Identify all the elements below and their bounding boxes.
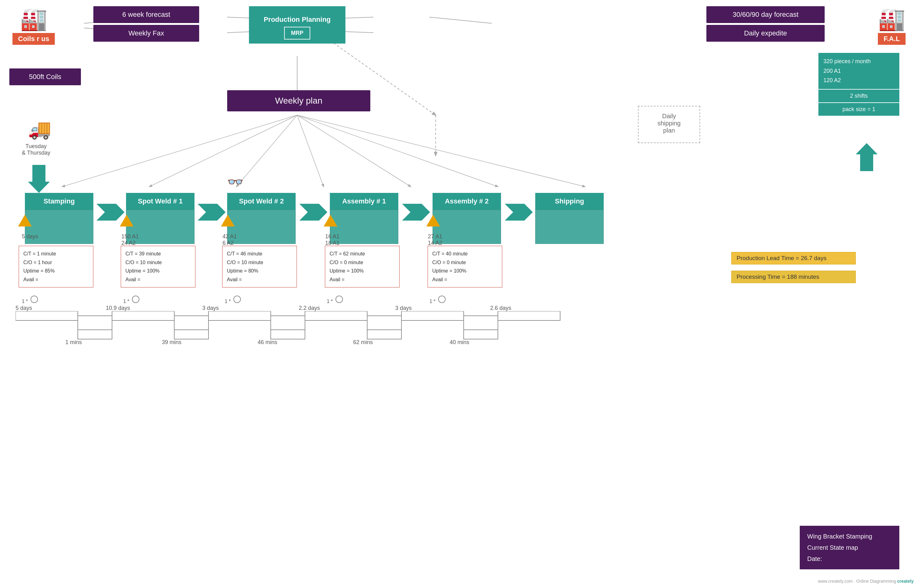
proc-mins-5: 40 mins [450, 339, 469, 346]
asm1-info: C/T = 62 minute C/O = 0 minute Uptime = … [325, 246, 399, 288]
assembly1-station: Assembly # 1 [330, 193, 398, 244]
production-planning-box: Production Planning MRP [249, 6, 346, 44]
spotweld1-header: Spot Weld # 1 [126, 193, 194, 210]
spotweld2-station: Spot Weld # 2 [227, 193, 296, 244]
inv-days-1: 5 days [16, 305, 32, 312]
stamping-header: Stamping [25, 193, 93, 210]
sw1-operators: 1 * [123, 296, 139, 304]
lead-time-box: Production Lead Time = 26.7 days [731, 252, 856, 265]
svg-rect-20 [305, 311, 367, 320]
assembly2-body [433, 210, 501, 244]
svg-line-8 [62, 115, 297, 187]
svg-rect-26 [367, 330, 401, 339]
inventory-stamping: 5 days [22, 233, 38, 240]
svg-rect-17 [16, 311, 78, 320]
truck-icon: 🚚 [28, 118, 51, 140]
svg-line-14 [297, 115, 585, 187]
coils-500-label: 500ft Coils [29, 73, 61, 81]
assembly1-body [330, 210, 398, 244]
weekly-fax-label: Weekly Fax [129, 29, 164, 37]
customer-line1: 320 pieces / month [823, 57, 894, 66]
creately-logo: creately [897, 579, 914, 584]
weekly-fax-box: Weekly Fax [93, 25, 199, 42]
warning-asm2 [426, 215, 440, 226]
svg-rect-23 [78, 330, 112, 339]
customer-shifts: 2 shifts [850, 93, 868, 99]
daily-expedite-label: Daily expedite [744, 29, 787, 37]
customer-line3: 120 A2 [823, 76, 894, 85]
shipping-station: Shipping [535, 193, 604, 244]
factory-fal: 🏭 F.A.L [878, 6, 905, 45]
weekly-plan-label: Weekly plan [275, 96, 322, 105]
assembly2-header: Assembly # 2 [433, 193, 501, 210]
mrp-box: MRP [284, 27, 310, 39]
assembly1-header: Assembly # 1 [330, 193, 398, 210]
warning-stamping [18, 215, 32, 226]
inv-days-3: 3 days [202, 305, 219, 312]
svg-line-6 [430, 17, 492, 23]
warning-sw1 [120, 215, 134, 226]
inventory-sw1: 150 A124 A2 [121, 233, 139, 246]
shipping-header: Shipping [535, 193, 604, 210]
proc-mins-1: 1 mins [65, 339, 82, 346]
warning-sw2 [221, 215, 234, 226]
arrow-4 [402, 204, 430, 221]
svg-line-10 [236, 115, 297, 187]
forecast-6week-box: 6 week forecast [93, 6, 199, 23]
inv-days-2: 10.9 days [106, 305, 130, 312]
forecast-3060-label: 30/60/90 day forecast [732, 11, 798, 18]
forecast-3060-box: 30/60/90 day forecast [706, 6, 825, 23]
sw2-info: C/T = 46 minute C/O = 10 minute Uptime =… [222, 246, 297, 288]
legend-date: Date: [807, 553, 892, 564]
customer-pack-size: pack size = 1 [842, 106, 875, 112]
stamping-operators: 1 * [22, 296, 38, 304]
inventory-asm1: 16 A118 A1 [325, 233, 339, 246]
asm1-operators: 1 * [327, 296, 343, 304]
svg-line-13 [297, 115, 498, 187]
customer-line2: 200 A1 [823, 66, 894, 76]
arrow-3 [299, 204, 327, 221]
daily-shipping-line1: Daily [662, 113, 676, 120]
svg-line-11 [297, 115, 324, 187]
svg-line-9 [149, 115, 297, 187]
proc-mins-3: 46 mins [258, 339, 277, 346]
legend-title: Wing Bracket Stamping [807, 531, 892, 542]
svg-rect-25 [271, 330, 305, 339]
mrp-label: MRP [291, 30, 304, 36]
processing-time-box: Processing Time = 188 minutes [731, 271, 856, 283]
svg-rect-22 [498, 311, 560, 320]
connector-lines [0, 0, 918, 588]
legend-box: Wing Bracket Stamping Current State map … [800, 526, 899, 569]
arrow-down-delivery [28, 165, 50, 193]
factory-fal-label: F.A.L [878, 33, 905, 45]
factory-coils: 🏭 Coils r us [13, 6, 55, 45]
svg-rect-24 [174, 330, 208, 339]
inv-days-4: 2.2 days [299, 305, 320, 312]
inv-days-5: 3 days [395, 305, 412, 312]
proc-mins-2: 39 mins [162, 339, 181, 346]
arrow-5 [505, 204, 533, 221]
stamping-info: C/T = 1 minute C/O = 1 hour Uptime = 85%… [19, 246, 93, 288]
inventory-asm2: 27 A114 A2 [428, 233, 442, 246]
svg-line-12 [297, 115, 411, 187]
assembly2-station: Assembly # 2 [433, 193, 501, 244]
weekly-plan-box: Weekly plan [227, 90, 370, 111]
inventory-sw2: 42 A16 A2 [223, 233, 237, 246]
shipping-body [535, 210, 604, 244]
proc-mins-4: 62 mins [353, 339, 373, 346]
daily-shipping-line3: plan [663, 127, 675, 134]
diagram-canvas: 🏭 Coils r us 🏭 F.A.L 6 week forecast Wee… [0, 0, 918, 588]
warning-asm1 [324, 215, 337, 226]
production-planning-label: Production Planning [263, 16, 330, 24]
asm2-info: C/T = 40 minute C/O = 0 minute Uptime = … [428, 246, 502, 288]
arrow-up-customer [856, 143, 878, 171]
customer-info-box: 320 pieces / month 200 A1 120 A2 2 shift… [818, 53, 899, 116]
svg-rect-27 [464, 330, 498, 339]
svg-rect-19 [208, 311, 271, 320]
spotweld2-body [227, 210, 296, 244]
asm2-operators: 1 * [430, 296, 446, 304]
forecast-6week-label: 6 week forecast [122, 11, 170, 18]
factory-coils-label: Coils r us [13, 33, 55, 45]
svg-rect-21 [401, 311, 464, 320]
daily-shipping-line2: shipping [658, 120, 681, 127]
